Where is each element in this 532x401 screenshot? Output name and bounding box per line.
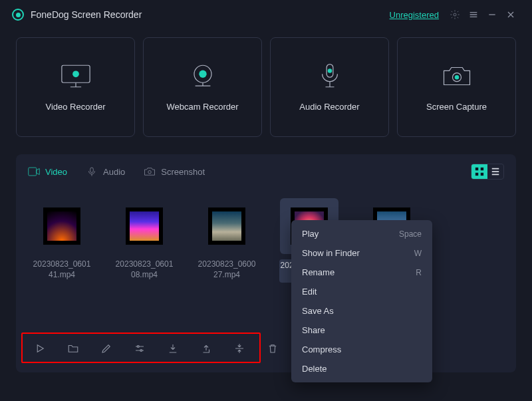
mode-cards-row: Video Recorder Webcam Recorder Audio Rec… xyxy=(0,29,532,145)
file-toolbar xyxy=(24,336,289,360)
ctx-label: Share xyxy=(302,325,325,335)
video-tab-icon xyxy=(28,167,40,176)
ctx-label: Rename xyxy=(302,267,334,277)
ctx-shortcut: W xyxy=(414,249,422,258)
play-button[interactable] xyxy=(33,342,47,355)
svg-point-11 xyxy=(148,171,152,174)
ctx-label: Edit xyxy=(302,287,317,297)
svg-point-8 xyxy=(454,75,459,80)
edit-button[interactable] xyxy=(100,342,113,355)
tab-label: Screenshot xyxy=(161,167,205,177)
microphone-icon xyxy=(313,63,347,90)
tab-audio[interactable]: Audio xyxy=(86,167,125,177)
play-icon xyxy=(34,342,46,354)
ctx-label: Delete xyxy=(302,364,327,374)
close-icon xyxy=(505,9,516,20)
svg-point-4 xyxy=(199,70,206,78)
monitor-record-icon xyxy=(59,63,93,90)
close-button[interactable] xyxy=(501,5,520,24)
ctx-shortcut: Space xyxy=(399,229,422,239)
svg-rect-9 xyxy=(29,168,37,176)
ctx-label: Play xyxy=(302,229,319,239)
ctx-label: Show in Finder xyxy=(302,248,360,258)
hamburger-icon xyxy=(468,9,479,20)
file-item[interactable]: 20230823_060027.mp4 xyxy=(197,198,257,283)
app-logo-icon xyxy=(12,9,24,21)
tab-video[interactable]: Video xyxy=(28,167,67,177)
webcam-recorder-card[interactable]: Webcam Recorder xyxy=(143,37,262,137)
download-icon xyxy=(167,342,179,354)
svg-rect-14 xyxy=(475,173,478,176)
ctx-compress[interactable]: Compress xyxy=(291,340,432,359)
ctx-rename[interactable]: Rename R xyxy=(291,263,432,282)
app-title: FoneDog Screen Recorder xyxy=(31,9,142,20)
file-name: 20230823_060141.mp4 xyxy=(32,259,92,280)
ctx-play[interactable]: Play Space xyxy=(291,224,432,243)
svg-point-6 xyxy=(327,68,332,73)
menu-button[interactable] xyxy=(464,5,483,24)
ctx-shortcut: R xyxy=(416,268,422,277)
svg-rect-12 xyxy=(475,168,478,170)
svg-rect-10 xyxy=(90,168,94,173)
ctx-edit[interactable]: Edit xyxy=(291,282,432,301)
folder-icon xyxy=(67,342,79,354)
video-recorder-card[interactable]: Video Recorder xyxy=(16,37,135,137)
mode-label: Video Recorder xyxy=(45,102,105,112)
minimize-button[interactable] xyxy=(483,5,501,24)
file-name: 20230823_060027.mp4 xyxy=(197,259,257,280)
upload-icon xyxy=(200,342,212,354)
list-view-button[interactable] xyxy=(487,164,503,179)
ctx-delete[interactable]: Delete xyxy=(291,359,432,378)
trash-icon xyxy=(267,342,279,354)
unregistered-link[interactable]: Unregistered xyxy=(390,10,439,20)
tab-screenshot[interactable]: Screenshot xyxy=(144,167,205,177)
tab-label: Audio xyxy=(103,167,125,177)
minimize-icon xyxy=(487,9,497,20)
file-thumbnail xyxy=(130,211,159,241)
library-panel: Video Audio Screenshot xyxy=(16,154,516,372)
svg-rect-15 xyxy=(481,173,483,176)
compress-icon xyxy=(233,342,245,354)
audio-recorder-card[interactable]: Audio Recorder xyxy=(270,37,389,137)
webcam-icon xyxy=(186,63,220,90)
file-thumbnail xyxy=(212,211,241,241)
svg-point-2 xyxy=(72,70,79,77)
mode-label: Audio Recorder xyxy=(299,102,359,112)
mode-label: Webcam Recorder xyxy=(166,102,238,112)
camera-icon xyxy=(440,63,474,90)
save-button[interactable] xyxy=(166,342,180,355)
pencil-icon xyxy=(100,342,112,354)
context-menu: Play Space Show in Finder W Rename R Edi… xyxy=(291,220,432,382)
gear-icon xyxy=(450,9,460,20)
svg-rect-13 xyxy=(481,168,483,170)
settings-button[interactable] xyxy=(446,5,464,24)
file-thumbnail xyxy=(47,211,76,241)
ctx-label: Save As xyxy=(302,306,334,316)
file-item[interactable]: 20230823_060141.mp4 xyxy=(32,198,92,283)
folder-button[interactable] xyxy=(66,342,80,355)
tab-label: Video xyxy=(45,167,67,177)
app-window: FoneDog Screen Recorder Unregistered Vid… xyxy=(0,0,532,401)
ctx-show-in-finder[interactable]: Show in Finder W xyxy=(291,243,432,263)
ctx-label: Compress xyxy=(302,344,341,354)
compress-button[interactable] xyxy=(233,342,246,355)
adjust-button[interactable] xyxy=(133,342,146,355)
library-tabs: Video Audio Screenshot xyxy=(16,154,516,184)
svg-point-0 xyxy=(454,13,456,16)
view-toggle xyxy=(471,164,504,180)
screenshot-tab-icon xyxy=(144,167,156,176)
file-grid: 20230823_060141.mp4 20230823_060108.mp4 … xyxy=(16,184,516,283)
ctx-save-as[interactable]: Save As xyxy=(291,301,432,321)
titlebar: FoneDog Screen Recorder Unregistered xyxy=(0,0,532,29)
grid-icon xyxy=(475,167,484,176)
file-item[interactable]: 20230823_060108.mp4 xyxy=(114,198,174,283)
mode-label: Screen Capture xyxy=(426,102,487,112)
audio-tab-icon xyxy=(86,167,98,176)
ctx-share[interactable]: Share xyxy=(291,321,432,340)
list-icon xyxy=(491,167,500,176)
share-button[interactable] xyxy=(200,342,213,355)
delete-button[interactable] xyxy=(266,342,279,355)
grid-view-button[interactable] xyxy=(471,164,487,179)
screen-capture-card[interactable]: Screen Capture xyxy=(397,37,516,137)
file-name: 20230823_060108.mp4 xyxy=(114,259,174,280)
